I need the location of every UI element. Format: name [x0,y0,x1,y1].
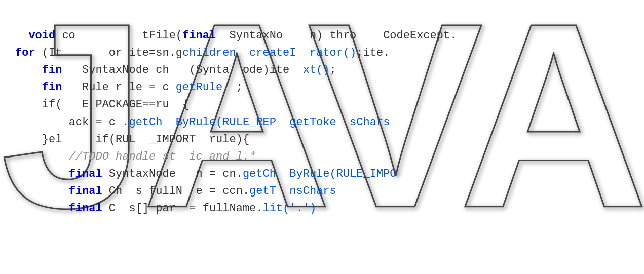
code-line-2-for: for [15,47,35,59]
code-line-2-children: children createI rator() [182,47,356,59]
code-line-1-void: void [28,29,55,42]
code-line-2-ite: ;ite. [356,47,390,59]
code-line-4-getRule: getRule [176,81,222,94]
code-line-4-fin: fin [42,81,62,94]
code-line-3-semi: ; [330,64,336,76]
code-line-3-fin: fin [42,64,62,76]
code-line-9-syntax: SyntaxNode n = cn. [102,168,243,180]
code-line-7-el: }el [42,133,62,146]
code-line-3-xt: xt() [303,64,330,76]
code-line-1-syntax: SyntaxNo n) thro CodeExcept. [216,29,457,42]
code-line-2-it: (It or ite=sn.g [35,47,182,59]
code-line-6-ack: ack = c [69,116,123,129]
code-line-4-rest: ; [222,81,243,94]
code-line-3-syntax: SyntaxNode ch (Synta ode)ite [62,64,302,76]
code-line-6-getCh: .getCh ByRule(RULE_REP getToke sChars [122,116,390,129]
code-line-4-rule: Rule r le = c [62,81,175,94]
code-line-1-final: final [182,29,216,42]
code-line-10-getT: getT nsChars [249,185,336,198]
code-line-11-c: C s[] par = fullName. [102,202,263,215]
code-line-10-final: final [69,185,102,198]
code-line-9-final: final [69,168,102,180]
code-line-8-todo: //TODO handle st ic and l.* [69,150,256,163]
code-line-1-co: co [55,29,75,42]
code-line-9-getCh: getCh ByRule(RULE_IMPO [243,168,397,180]
code-line-7-if: if(RUL _IMPORT rule){ [62,133,249,146]
code-line-10-ch: Ch s fullN e = ccn. [102,185,249,198]
code-background: void co tFile(final SyntaxNo n) thro Cod… [0,0,644,274]
code-line-11-final: final [69,202,102,215]
code-line-1-tFile: tFile( [75,29,182,42]
code-line-5-if: if( E_PACKAGE==ru { [42,98,189,111]
code-line-11-split: lit('.') [263,202,317,215]
